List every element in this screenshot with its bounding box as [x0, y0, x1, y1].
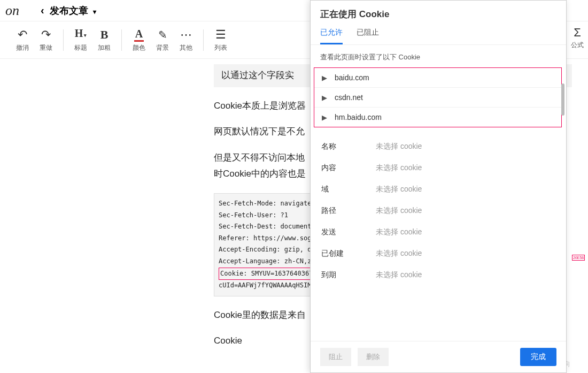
other-icon: ⋯	[180, 27, 192, 42]
undo-label: 撤消	[16, 43, 29, 52]
detail-row: 路径 未选择 cookie	[321, 200, 555, 222]
panel-title: 正在使用 Cookie	[311, 1, 566, 28]
detail-row: 到期 未选择 cookie	[321, 264, 555, 286]
tab-blocked[interactable]: 已阻止	[357, 28, 379, 44]
cookie-details: 名称 未选择 cookie 内容 未选择 cookie 域 未选择 cookie…	[311, 127, 566, 341]
panel-footer: 阻止 删除 完成	[311, 341, 566, 372]
color-button[interactable]: A 颜色	[127, 27, 151, 52]
detail-val: 未选择 cookie	[376, 270, 422, 280]
detail-row: 已创建 未选择 cookie	[321, 243, 555, 264]
other-button[interactable]: ⋯ 其他	[174, 27, 198, 52]
detail-row: 名称 未选择 cookie	[321, 136, 555, 157]
triangle-right-icon: ▶	[322, 74, 327, 82]
done-button[interactable]: 完成	[520, 348, 556, 366]
panel-tabs: 已允许 已阻止	[311, 28, 566, 45]
redo-label: 重做	[40, 43, 52, 52]
other-label: 其他	[180, 43, 192, 52]
triangle-right-icon: ▶	[322, 113, 327, 121]
domain-row[interactable]: ▶ csdn.net	[314, 88, 561, 108]
tab-allowed[interactable]: 已允许	[320, 28, 343, 44]
detail-key: 到期	[321, 270, 376, 280]
detail-key: 发送	[321, 227, 376, 237]
cookie-panel: 正在使用 Cookie 已允许 已阻止 查看此页面时设置了以下 Cookie ▶…	[310, 0, 567, 373]
detail-val: 未选择 cookie	[376, 206, 422, 216]
detail-val: 未选择 cookie	[376, 163, 422, 173]
detail-row: 发送 未选择 cookie	[321, 222, 555, 243]
domain-name: hm.baidu.com	[335, 113, 382, 121]
heading-icon: H▾	[75, 27, 87, 42]
color-icon: A	[134, 27, 144, 42]
delete-button[interactable]: 删除	[358, 348, 389, 366]
undo-button[interactable]: ↶ 撤消	[11, 27, 34, 52]
formula-label: 公式	[571, 41, 584, 50]
text-fragment: 26E58	[572, 255, 585, 261]
panel-description: 查看此页面时设置了以下 Cookie	[311, 45, 566, 67]
scrollbar[interactable]	[561, 83, 564, 116]
detail-val: 未选择 cookie	[376, 142, 422, 151]
heading-button[interactable]: H▾ 标题	[69, 27, 92, 52]
formula-button[interactable]: Σ 公式	[571, 26, 584, 50]
bold-button[interactable]: B 加粗	[92, 27, 116, 52]
bg-button[interactable]: ✎ 背景	[151, 27, 174, 52]
detail-val: 未选择 cookie	[376, 185, 422, 194]
list-icon: ☰	[215, 27, 226, 42]
marker-icon: ✎	[158, 27, 167, 42]
chevron-down-icon: ▾	[93, 8, 96, 16]
bold-icon: B	[100, 27, 109, 42]
detail-key: 内容	[321, 163, 376, 173]
triangle-right-icon: ▶	[322, 94, 327, 102]
logo: on	[5, 3, 19, 19]
detail-key: 路径	[321, 206, 376, 216]
domain-name: baidu.com	[335, 73, 369, 82]
detail-val: 未选择 cookie	[376, 249, 422, 258]
page-title-text: 发布文章	[50, 5, 88, 16]
detail-key: 已创建	[321, 249, 376, 258]
block-button[interactable]: 阻止	[320, 348, 351, 366]
detail-val: 未选择 cookie	[376, 227, 422, 237]
detail-key: 域	[321, 185, 376, 194]
detail-row: 内容 未选择 cookie	[321, 157, 555, 179]
sigma-icon: Σ	[574, 26, 581, 40]
bg-label: 背景	[156, 43, 169, 52]
separator	[203, 29, 204, 51]
domain-list: ▶ baidu.com ▶ csdn.net ▶ hm.baidu.com	[314, 67, 562, 127]
domain-row[interactable]: ▶ hm.baidu.com	[314, 108, 561, 127]
redo-icon: ↷	[41, 27, 51, 42]
heading-label: 标题	[74, 43, 87, 52]
list-button[interactable]: ☰ 列表	[209, 27, 233, 52]
undo-icon: ↶	[18, 27, 27, 42]
bold-label: 加粗	[98, 43, 111, 52]
detail-row: 域 未选择 cookie	[321, 179, 555, 200]
separator	[63, 29, 64, 51]
separator	[121, 29, 122, 51]
back-icon[interactable]: ‹	[41, 4, 44, 17]
page-title[interactable]: 发布文章 ▾	[50, 4, 96, 17]
list-label: 列表	[214, 43, 227, 52]
color-label: 颜色	[133, 43, 145, 52]
detail-key: 名称	[321, 142, 376, 151]
redo-button[interactable]: ↷ 重做	[34, 27, 58, 52]
domain-name: csdn.net	[335, 93, 363, 102]
domain-row[interactable]: ▶ baidu.com	[314, 68, 561, 88]
